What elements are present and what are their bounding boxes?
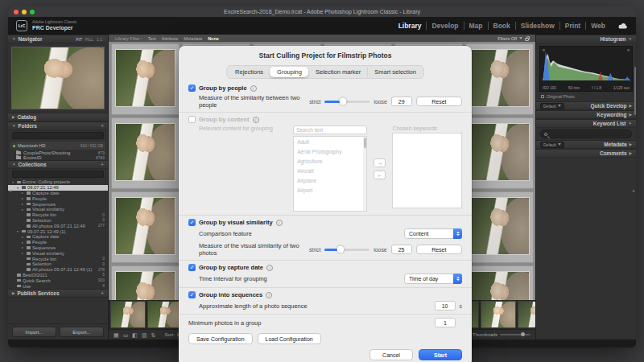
metadata-header[interactable]: Default Metadata ▶ [536, 140, 636, 149]
folders-header[interactable]: ▼ Folders + [8, 121, 108, 130]
remove-keyword-button[interactable]: ← [374, 171, 386, 179]
metadata-preset-dropdown[interactable]: Default [540, 142, 564, 148]
right-panel-scrollbar[interactable] [634, 67, 636, 115]
collection-item[interactable]: ▸Capture date [8, 234, 108, 240]
collection-item[interactable]: ▸Sequences [8, 245, 108, 251]
grid-view-icon[interactable]: ▦ [114, 332, 119, 338]
add-folder-icon[interactable]: + [101, 123, 104, 129]
tab-smart-selection[interactable]: Smart selection [367, 67, 423, 77]
sequence-length-field[interactable]: 10 [435, 301, 456, 311]
grid-photo-cell[interactable] [111, 191, 180, 263]
visual-value-field[interactable]: 25 [391, 245, 412, 254]
collection-item[interactable]: Recycle bin0 [8, 256, 108, 261]
grid-photo-cell[interactable] [465, 43, 534, 115]
visual-slider[interactable] [324, 249, 369, 251]
group-by-people-checkbox[interactable]: ✓ [188, 84, 196, 92]
sort-direction-icon[interactable]: ⇅ [151, 332, 156, 338]
grid-photo-cell[interactable] [111, 265, 180, 301]
keyword-list-header[interactable]: Keyword List ▼ [536, 119, 636, 128]
collection-item[interactable]: All photos 09.07.21 12:49277 [8, 223, 108, 228]
keyword-option[interactable]: Aerial Photography [294, 146, 366, 156]
export-button[interactable]: Export... [60, 327, 104, 337]
module-web[interactable]: Web [585, 22, 610, 30]
cancel-button[interactable]: Cancel [369, 349, 413, 360]
collection-item[interactable]: Quick Search910 [8, 278, 108, 283]
filters-off-control[interactable]: Filters Off [497, 36, 529, 41]
collection-item[interactable]: BestOf20215 [8, 273, 108, 278]
histogram-header[interactable]: Histogram ▼ [536, 35, 636, 43]
cloud-sync-icon[interactable] [618, 23, 628, 29]
collection-item[interactable]: Recycle bin0 [8, 212, 108, 218]
info-icon[interactable] [266, 265, 273, 271]
minimum-photos-field[interactable]: 1 [435, 318, 456, 327]
load-configuration-button[interactable]: Load Configuration [258, 333, 321, 344]
people-slider[interactable] [324, 101, 369, 103]
grid-photo-cell[interactable] [465, 191, 534, 263]
filmstrip-thumbnail[interactable] [147, 301, 183, 328]
grid-photo-cell[interactable] [465, 265, 534, 301]
group-by-content-checkbox[interactable] [188, 116, 196, 123]
collection-item[interactable]: ▸People [8, 240, 108, 245]
module-develop[interactable]: Develop [426, 22, 463, 30]
import-button[interactable]: Import... [12, 327, 56, 337]
info-icon[interactable] [250, 85, 257, 92]
collection-item[interactable]: ▾09.07.21 12:49 (1) [8, 228, 108, 234]
quick-develop-preset-dropdown[interactable]: Default [540, 103, 564, 109]
filter-item-attribute[interactable]: Attribute [162, 36, 178, 41]
time-interval-dropdown[interactable]: Time of day [404, 274, 462, 284]
navigator-preview[interactable] [11, 47, 105, 109]
collection-item[interactable]: Selection0 [8, 218, 108, 224]
collection-item[interactable]: ▾09.07.21 12:49 [8, 185, 108, 191]
navigator-zoom-option[interactable]: FILL [84, 37, 95, 42]
filmstrip-thumbnail[interactable] [110, 301, 146, 328]
keyword-filter-input[interactable] [540, 130, 632, 138]
tab-rejections[interactable]: Rejections [228, 67, 270, 77]
collection-item[interactable]: ▸Visual similarity [8, 250, 108, 256]
grid-photo-cell[interactable] [111, 117, 180, 189]
info-icon[interactable] [253, 117, 259, 123]
collection-item[interactable]: ▾Excire: Culling projects [8, 179, 108, 185]
group-by-visual-checkbox[interactable]: ✓ [188, 219, 196, 226]
loupe-view-icon[interactable]: ▭ [123, 332, 129, 338]
group-into-sequences-checkbox[interactable]: ✓ [188, 291, 196, 298]
keywording-header[interactable]: Keywording ▶ [536, 110, 636, 119]
compare-view-icon[interactable]: ◧ [132, 332, 138, 338]
keyword-option[interactable]: Airport [294, 185, 366, 195]
module-library[interactable]: Library [394, 22, 427, 30]
publish-services-header[interactable]: ▶ Publish Services + [8, 289, 108, 298]
keyword-option[interactable]: Agriculture [294, 156, 366, 166]
comments-header[interactable]: Comments ▶ [536, 149, 636, 158]
module-print[interactable]: Print [559, 22, 585, 30]
filmstrip-thumbnail[interactable] [518, 301, 535, 328]
add-keyword-button[interactable]: → [374, 158, 386, 167]
catalog-header[interactable]: ▶ Catalog [8, 113, 108, 121]
collections-header[interactable]: ▼ Collections + [8, 160, 108, 169]
module-slideshow[interactable]: Slideshow [515, 22, 559, 30]
info-icon[interactable] [276, 220, 283, 226]
visual-reset-button[interactable]: Reset [416, 245, 462, 254]
collection-filter-input[interactable] [12, 171, 104, 178]
right-panel-collapse-icon[interactable]: ▸ [633, 187, 635, 193]
navigator-header[interactable]: ▼ Navigator FITFILL1:1 [8, 35, 108, 43]
collection-item[interactable]: All photos 09.07.21 12:49 (1)278 [8, 267, 108, 273]
tab-grouping[interactable]: Grouping [270, 67, 308, 77]
collection-item[interactable]: ▸People [8, 195, 108, 201]
module-book[interactable]: Book [488, 22, 515, 30]
info-icon[interactable] [266, 292, 272, 298]
grid-photo-cell[interactable] [111, 43, 180, 115]
close-button[interactable] [14, 10, 19, 14]
quick-develop-header[interactable]: Default Quick Develop ▶ [536, 101, 636, 110]
collection-item[interactable]: ▸Visual similarity [8, 207, 108, 212]
filter-item-none[interactable]: None [208, 36, 219, 41]
people-value-field[interactable]: 29 [391, 97, 412, 106]
volume-row[interactable]: Macintosh HD 910 / 932 GB [10, 142, 105, 150]
keyword-search-input[interactable]: Search text [293, 125, 367, 134]
collection-item[interactable]: Selection0 [8, 261, 108, 267]
navigator-zoom-option[interactable]: 1:1 [95, 37, 104, 42]
start-button[interactable]: Start [419, 349, 462, 360]
add-collection-icon[interactable]: + [101, 162, 104, 167]
keyword-option[interactable]: Adult [294, 137, 366, 146]
zoom-button[interactable] [30, 10, 35, 14]
list-scrollbar[interactable] [363, 137, 366, 211]
minimize-button[interactable] [22, 10, 27, 14]
